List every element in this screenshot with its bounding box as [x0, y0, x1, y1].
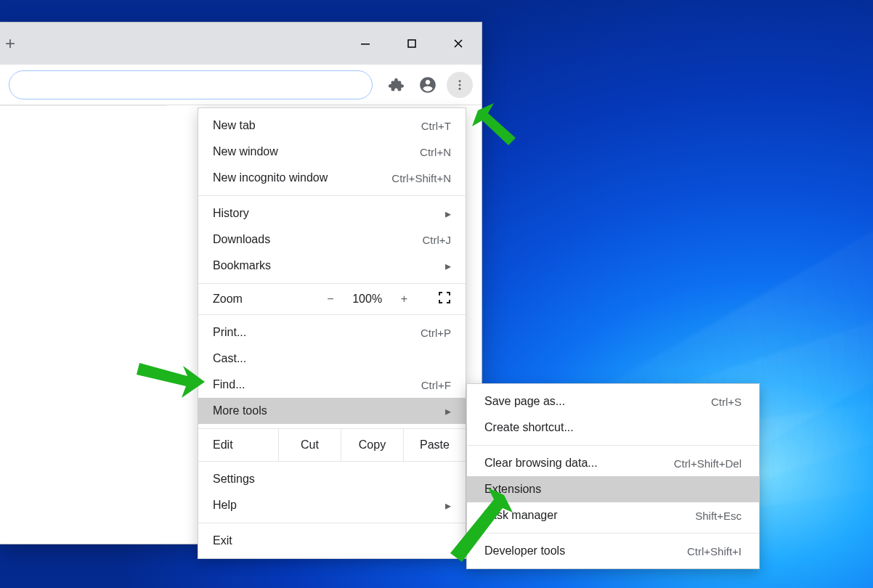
menu-history[interactable]: History ▸	[198, 200, 466, 226]
chevron-right-icon: ▸	[438, 259, 451, 273]
maximize-button[interactable]	[389, 23, 435, 65]
menu-item-label: Cast...	[213, 352, 451, 365]
menu-item-label: Settings	[213, 473, 451, 486]
menu-more-tools[interactable]: More tools ▸	[198, 398, 466, 424]
submenu-create-shortcut[interactable]: Create shortcut...	[467, 415, 759, 441]
shortcut: Ctrl+P	[421, 327, 451, 339]
menu-item-label: Clear browsing data...	[484, 457, 674, 470]
menu-item-label: Downloads	[213, 233, 422, 246]
shortcut: Ctrl+Shift+I	[687, 545, 742, 558]
shortcut: Ctrl+J	[422, 234, 451, 246]
menu-item-label: Find...	[213, 378, 421, 391]
menu-cast[interactable]: Cast...	[198, 346, 466, 372]
titlebar: +	[0, 23, 482, 65]
svg-marker-6	[137, 363, 205, 398]
menu-item-label: Print...	[213, 326, 421, 339]
menu-item-label: Zoom	[213, 293, 327, 306]
zoom-in-button[interactable]: +	[401, 293, 407, 306]
menu-print[interactable]: Print... Ctrl+P	[198, 319, 466, 346]
fullscreen-icon[interactable]	[438, 291, 451, 307]
submenu-clear-browsing-data[interactable]: Clear browsing data... Ctrl+Shift+Del	[467, 450, 759, 476]
shortcut: Ctrl+F	[421, 379, 451, 391]
menu-zoom: Zoom − 100% +	[198, 284, 466, 314]
menu-item-label: Save page as...	[484, 395, 711, 408]
extensions-icon[interactable]	[383, 72, 409, 98]
menu-help[interactable]: Help ▸	[198, 492, 466, 518]
svg-rect-1	[408, 40, 415, 47]
annotation-arrow	[433, 488, 513, 571]
separator	[0, 105, 167, 106]
zoom-level: 100%	[350, 293, 385, 306]
svg-marker-5	[472, 103, 516, 145]
svg-rect-0	[361, 44, 370, 45]
menu-item-label: Developer tools	[484, 544, 687, 558]
menu-find[interactable]: Find... Ctrl+F	[198, 372, 466, 398]
menu-item-label: Extensions	[484, 483, 742, 496]
menu-item-label: Bookmarks	[213, 259, 438, 272]
minimize-button[interactable]	[342, 23, 389, 65]
menu-item-label: Create shortcut...	[484, 421, 742, 434]
menu-button[interactable]	[447, 72, 473, 98]
menu-new-tab[interactable]: New tab Ctrl+T	[198, 113, 466, 139]
menu-item-label: More tools	[213, 404, 438, 417]
menu-edit: Edit Cut Copy Paste	[198, 429, 466, 461]
menu-item-label: Exit	[213, 534, 451, 547]
menu-settings[interactable]: Settings	[198, 466, 466, 492]
menu-bookmarks[interactable]: Bookmarks ▸	[198, 253, 466, 279]
svg-point-3	[459, 83, 461, 86]
menu-item-label: Help	[213, 499, 438, 512]
menu-item-label: New incognito window	[213, 171, 391, 184]
shortcut: Ctrl+N	[420, 146, 451, 158]
edit-paste-button[interactable]: Paste	[403, 429, 466, 461]
chevron-right-icon: ▸	[438, 404, 451, 418]
chevron-right-icon: ▸	[438, 207, 451, 221]
shortcut: Ctrl+T	[421, 120, 451, 132]
shortcut: Ctrl+S	[711, 396, 742, 408]
edit-cut-button[interactable]: Cut	[278, 429, 341, 461]
zoom-out-button[interactable]: −	[327, 293, 333, 306]
main-menu: New tab Ctrl+T New window Ctrl+N New inc…	[198, 107, 466, 559]
toolbar	[0, 65, 482, 105]
menu-item-label: Task manager	[484, 509, 695, 522]
shortcut: Shift+Esc	[695, 510, 742, 522]
edit-copy-button[interactable]: Copy	[341, 429, 403, 461]
menu-item-label: New window	[213, 145, 420, 158]
new-tab-button[interactable]: +	[0, 23, 17, 65]
menu-item-label: History	[213, 207, 438, 220]
annotation-arrow	[135, 356, 208, 409]
close-button[interactable]	[435, 23, 482, 65]
menu-downloads[interactable]: Downloads Ctrl+J	[198, 226, 466, 253]
profile-icon[interactable]	[415, 72, 441, 98]
menu-item-label: Edit	[198, 438, 278, 452]
submenu-save-page[interactable]: Save page as... Ctrl+S	[467, 388, 759, 415]
menu-exit[interactable]: Exit	[198, 528, 466, 554]
menu-item-label: New tab	[213, 119, 421, 132]
svg-point-2	[459, 80, 461, 82]
menu-new-window[interactable]: New window Ctrl+N	[198, 139, 466, 165]
annotation-arrow	[471, 103, 521, 157]
shortcut: Ctrl+Shift+Del	[674, 457, 742, 470]
menu-new-incognito[interactable]: New incognito window Ctrl+Shift+N	[198, 165, 466, 191]
svg-point-4	[459, 87, 461, 89]
address-bar[interactable]	[9, 70, 373, 99]
shortcut: Ctrl+Shift+N	[391, 172, 451, 184]
svg-marker-7	[450, 488, 513, 562]
